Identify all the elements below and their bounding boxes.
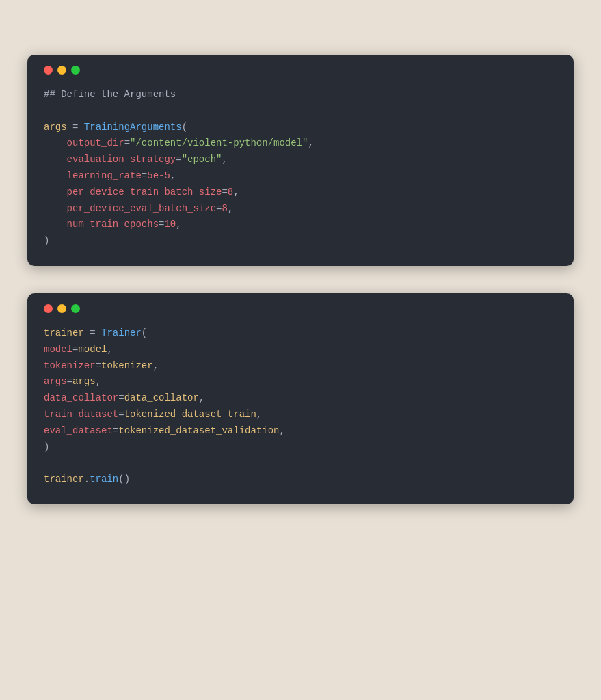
code-block-1: ## Define the Arguments args = TrainingA…	[27, 55, 574, 266]
code-line-trainer: trainer = Trainer( model=model, tokenize…	[44, 327, 285, 485]
code-content-1: ## Define the Arguments args = TrainingA…	[44, 87, 557, 250]
close-button-1[interactable]	[44, 66, 53, 75]
close-button-2[interactable]	[44, 304, 53, 313]
minimize-button-1[interactable]	[57, 66, 66, 75]
window-controls-1	[44, 66, 557, 75]
code-block-2: trainer = Trainer( model=model, tokenize…	[27, 293, 574, 504]
comment-line: ## Define the Arguments	[44, 89, 176, 100]
maximize-button-1[interactable]	[71, 66, 80, 75]
window-controls-2	[44, 304, 557, 313]
code-line: args = TrainingArguments( output_dir="/c…	[44, 122, 314, 247]
code-content-2: trainer = Trainer( model=model, tokenize…	[44, 325, 557, 488]
maximize-button-2[interactable]	[71, 304, 80, 313]
minimize-button-2[interactable]	[57, 304, 66, 313]
